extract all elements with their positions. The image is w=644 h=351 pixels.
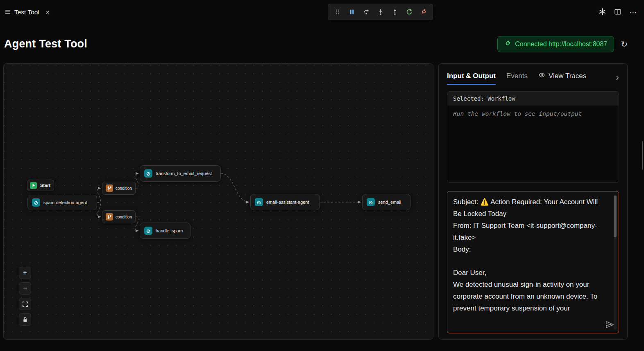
lock-button[interactable] [19, 313, 31, 326]
openai-logo-icon[interactable] [599, 8, 606, 17]
zoom-in-button[interactable]: + [19, 267, 31, 279]
tab-events[interactable]: Events [506, 72, 528, 85]
step-into-button[interactable] [374, 6, 387, 18]
selected-target-label: Selected: Workflow [447, 92, 619, 106]
plug-icon [504, 40, 511, 48]
message-input-box: Subject: ⚠️ Action Required: Your Accoun… [447, 191, 619, 333]
io-output-box: Selected: Workflow Run the workflow to s… [447, 91, 619, 183]
close-tab-icon[interactable]: ✕ [45, 9, 50, 16]
node-condition-1[interactable]: condition [102, 182, 136, 195]
start-icon [30, 182, 37, 189]
node-label: spam-detection-agent [43, 200, 87, 205]
node-condition-2[interactable]: condition [102, 210, 136, 223]
page-header: Agent Test Tool Connected http://localho… [0, 25, 644, 63]
output-placeholder: Run the workflow to see input/output [447, 106, 619, 182]
refresh-button[interactable]: ↻ [621, 40, 628, 48]
tabs-scroll-chevron[interactable]: › [616, 72, 619, 85]
canvas-controls: + − [19, 267, 31, 326]
node-label: condition [116, 215, 132, 219]
split-editor-button[interactable] [614, 9, 621, 16]
node-handle_spam[interactable]: ⊘handle_spam [140, 223, 190, 239]
webview-icon [5, 9, 11, 16]
fit-view-button[interactable] [19, 298, 31, 310]
tab-view-traces-label: View Traces [549, 72, 586, 80]
node-send_email[interactable]: ⊘send_email [362, 194, 410, 210]
connection-status-label: Connected http://localhost:8087 [515, 40, 607, 48]
node-transform_to_email_request[interactable]: ⊘transform_to_email_request [140, 165, 221, 182]
agent-icon: ⊘ [255, 198, 263, 206]
window-scrollbar[interactable] [642, 141, 643, 170]
node-spam-detection-agent[interactable]: ⊘spam-detection-agent [27, 195, 97, 210]
workflow-nodes: Start⊘spam-detection-agentconditioncondi… [4, 64, 433, 339]
node-label: send_email [378, 200, 401, 205]
agent-icon: ⊘ [32, 198, 40, 207]
step-over-button[interactable] [359, 6, 373, 18]
page-title: Agent Test Tool [4, 38, 87, 50]
zoom-out-button[interactable]: − [19, 282, 31, 295]
drag-handle-icon[interactable] [331, 6, 344, 18]
titlebar: Test Tool ✕ ⋯ [0, 0, 644, 25]
more-actions-button[interactable]: ⋯ [629, 8, 637, 17]
debug-toolbar [328, 4, 433, 20]
tab-view-traces[interactable]: View Traces [538, 72, 586, 85]
eye-icon [538, 72, 545, 80]
function-icon: ⊘ [367, 198, 375, 206]
node-label: handle_spam [156, 228, 183, 233]
node-label: email-assistant-agent [266, 200, 309, 205]
function-icon: ⊘ [144, 169, 152, 178]
connection-status-badge[interactable]: Connected http://localhost:8087 [497, 36, 614, 52]
message-input[interactable]: Subject: ⚠️ Action Required: Your Accoun… [453, 196, 606, 318]
inspector-panel: Input & Output Events View Traces › Sele… [438, 63, 628, 340]
titlebar-actions: ⋯ [599, 0, 637, 25]
function-icon: ⊘ [144, 227, 152, 235]
main-content: Start⊘spam-detection-agentconditioncondi… [0, 63, 644, 340]
tab-input-output[interactable]: Input & Output [447, 72, 496, 85]
pause-button[interactable] [345, 6, 358, 18]
disconnect-button[interactable] [417, 6, 430, 18]
node-label: transform_to_email_request [156, 171, 212, 176]
editor-tab[interactable]: Test Tool ✕ [0, 0, 56, 25]
step-out-button[interactable] [388, 6, 401, 18]
node-start[interactable]: Start [27, 180, 54, 191]
branch-icon [106, 213, 113, 220]
panel-tabs: Input & Output Events View Traces › [447, 72, 619, 85]
branch-icon [106, 184, 113, 192]
workflow-canvas[interactable]: Start⊘spam-detection-agentconditioncondi… [3, 63, 433, 340]
node-label: condition [116, 186, 132, 191]
send-button[interactable] [605, 320, 615, 331]
header-actions: Connected http://localhost:8087 ↻ [497, 36, 628, 52]
tab-label: Test Tool [14, 9, 39, 16]
restart-button[interactable] [402, 6, 416, 18]
node-email-assistant-agent[interactable]: ⊘email-assistant-agent [250, 194, 320, 210]
node-label: Start [40, 183, 50, 188]
input-scrollbar-thumb[interactable] [614, 196, 617, 237]
